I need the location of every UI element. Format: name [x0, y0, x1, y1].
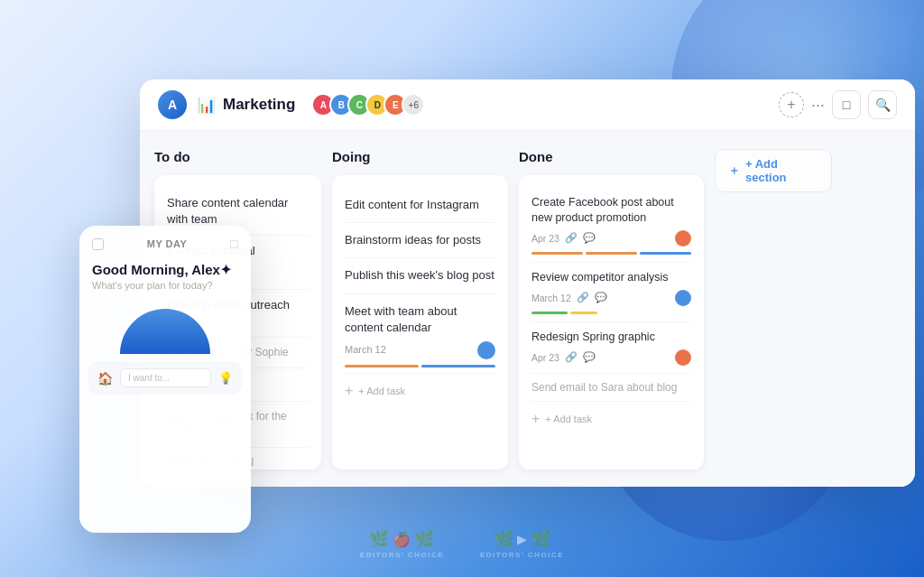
done-task-3-meta: Apr 23 🔗 💬 [531, 349, 691, 366]
link-icon-1: 🔗 [565, 232, 578, 244]
add-doing-task[interactable]: + + Add task [345, 383, 495, 399]
board-content: To do Share content calendar with team C… [140, 131, 915, 487]
badge-icons-2: 🌿 ▶ 🌿 [494, 529, 550, 549]
plan-text: What's your plan for today? [92, 280, 238, 291]
my-day-panel: MY DAY □ Good Morning, Alex✦ What's your… [79, 226, 251, 533]
bulb-icon[interactable]: 💡 [218, 371, 233, 385]
done-task-2-meta: March 12 🔗 💬 [531, 290, 691, 306]
todo-column-header: To do [154, 145, 321, 175]
doing-task-2[interactable]: Brainstorm ideas for posts [345, 223, 495, 258]
doing-task-4-progress [345, 365, 495, 368]
done-avatar-1 [675, 230, 691, 247]
search-button[interactable]: 🔍 [868, 90, 897, 119]
badge-icons-1: 🌿 🍎 🌿 [369, 529, 434, 549]
pb-2-2 [570, 312, 597, 314]
play-logo: ▶ [517, 532, 527, 546]
checkbox-icon[interactable] [92, 238, 104, 250]
done-task-1-meta: Apr 23 🔗 💬 [531, 230, 691, 247]
done-task-2-progress [531, 312, 691, 314]
done-column: Done Create Facebook post about new prod… [519, 145, 704, 472]
done-column-card: Create Facebook post about new product p… [519, 175, 704, 470]
doing-task-3[interactable]: Publish this week's blog post [345, 258, 495, 293]
comment-icon-3: 💬 [583, 351, 596, 363]
laurel-left-2: 🌿 [494, 529, 513, 549]
board-avatar: A [158, 90, 187, 119]
add-section-area: ＋ + Add section [715, 145, 832, 472]
my-day-title: MY DAY [147, 238, 188, 249]
footer-badge-1: 🌿 🍎 🌿 EDITORS' CHOICE [360, 529, 444, 559]
laurel-left-1: 🌿 [369, 529, 389, 549]
view-toggle-button[interactable]: □ [832, 90, 861, 119]
done-task-4[interactable]: Send email to Sara about blog [531, 374, 691, 402]
done-task-1-progress [531, 252, 691, 255]
progress-bar-blue [421, 365, 495, 368]
half-circle-decoration [120, 309, 210, 354]
member-avatars: A B C D E +6 [317, 93, 425, 116]
link-icon-2: 🔗 [577, 292, 589, 303]
my-day-more[interactable]: □ [230, 237, 238, 251]
add-done-icon: + [531, 411, 540, 427]
doing-task-4-meta: March 12 [345, 341, 495, 359]
greeting-text: Good Morning, Alex✦ [92, 262, 238, 278]
apple-logo: 🍎 [393, 531, 411, 548]
header-actions: + ··· □ 🔍 [779, 90, 897, 119]
badge-label-1: EDITORS' CHOICE [360, 551, 444, 559]
main-board: A 📊 Marketing A B C D E +6 + ··· □ 🔍 To … [140, 79, 915, 487]
my-day-bottom-bar: 🏠 I want to... 💡 [88, 361, 242, 395]
doing-task-4-avatar [477, 341, 495, 359]
comment-icon-1: 💬 [583, 232, 596, 244]
add-section-icon: ＋ [728, 163, 740, 179]
board-title-area: 📊 Marketing [198, 96, 295, 114]
add-done-task[interactable]: + + Add task [531, 411, 691, 427]
doing-column-card: Edit content for Instagram Brainstorm id… [332, 175, 508, 470]
pb-1-3 [640, 252, 691, 255]
pb-1-1 [531, 252, 583, 255]
laurel-right-1: 🌿 [414, 529, 434, 549]
doing-column-header: Doing [332, 145, 508, 175]
doing-task-1[interactable]: Edit content for Instagram [345, 188, 495, 223]
doing-task-4[interactable]: Meet with team about content calendar Ma… [345, 294, 495, 374]
board-header: A 📊 Marketing A B C D E +6 + ··· □ 🔍 [140, 79, 915, 131]
done-task-3[interactable]: Redesign Spring graphic Apr 23 🔗 💬 [531, 322, 691, 374]
badge-label-2: EDITORS' CHOICE [480, 551, 564, 559]
chart-icon: 📊 [198, 97, 216, 114]
add-member-button[interactable]: + [779, 92, 804, 117]
my-day-input[interactable]: I want to... [120, 368, 211, 387]
done-avatar-2 [675, 290, 691, 306]
my-day-header: MY DAY □ [79, 226, 251, 256]
done-task-1[interactable]: Create Facebook post about new product p… [531, 188, 691, 263]
laurel-right-2: 🌿 [531, 529, 550, 549]
bottom-footer: 🌿 🍎 🌿 EDITORS' CHOICE 🌿 ▶ 🌿 EDITORS' CHO… [360, 529, 564, 559]
footer-badge-2: 🌿 ▶ 🌿 EDITORS' CHOICE [480, 529, 564, 559]
done-avatar-3 [675, 349, 691, 366]
my-day-content: Good Morning, Alex✦ What's your plan for… [79, 262, 251, 291]
progress-bar-orange [345, 365, 419, 368]
pb-1-2 [586, 252, 637, 255]
pb-2-1 [531, 312, 568, 314]
more-options-button[interactable]: ··· [811, 96, 825, 115]
home-icon[interactable]: 🏠 [97, 371, 113, 386]
done-column-header: Done [519, 145, 704, 175]
done-task-2[interactable]: Review competitor analysis March 12 🔗 💬 [531, 263, 691, 322]
add-doing-icon: + [345, 383, 353, 399]
board-title: Marketing [223, 96, 295, 114]
add-section-label: + Add section [745, 157, 818, 184]
link-icon-3: 🔗 [565, 351, 578, 363]
doing-column: Doing Edit content for Instagram Brainst… [332, 145, 508, 472]
add-section-button[interactable]: ＋ + Add section [715, 149, 832, 192]
member-count: +6 [402, 93, 425, 116]
comment-icon-2: 💬 [595, 292, 607, 303]
